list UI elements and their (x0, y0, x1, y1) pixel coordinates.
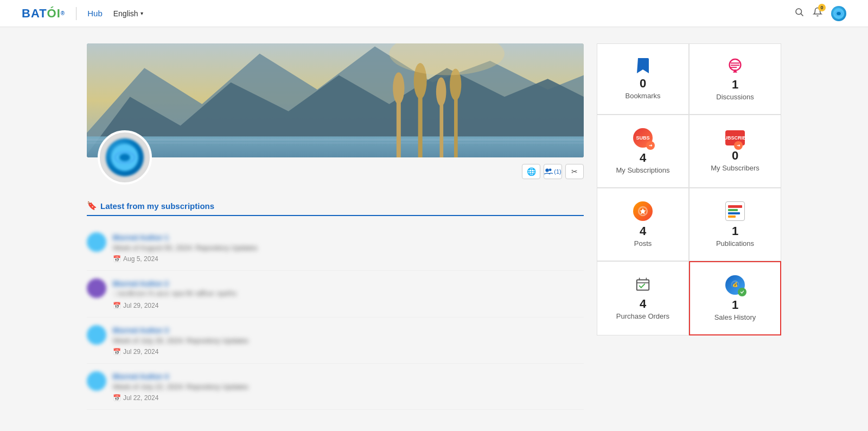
logo-reg: ® (61, 10, 65, 16)
publications-count: 1 (732, 225, 738, 237)
avatar-area (98, 130, 152, 185)
post-title: Week of July 29, 2024: Repository Update… (113, 337, 248, 345)
calendar-icon: 📅 (113, 348, 121, 356)
stat-card-purchase-orders[interactable]: 4 Purchase Orders (597, 261, 689, 335)
profile-actions: 🌐 (1) ✂ (522, 164, 584, 179)
stat-card-sales-history[interactable]: 💰 1 Sales History (689, 261, 781, 335)
post-date-text: Jul 22, 2024 (123, 394, 158, 402)
discussions-icon (726, 57, 744, 74)
calendar-icon: 📅 (113, 255, 121, 263)
posts-label: Posts (634, 239, 652, 248)
sales-history-label: Sales History (714, 313, 756, 321)
cover-image (87, 43, 584, 157)
svg-point-24 (549, 168, 552, 171)
svg-point-12 (393, 72, 404, 104)
section-title: 🔖 Latest from my subscriptions (87, 201, 584, 216)
post-item[interactable]: Blurred Author 4 Week of July 22, 2024: … (87, 364, 584, 410)
posts-icon (633, 201, 653, 221)
svg-point-3 (837, 12, 841, 15)
logo-oi: ÓI (47, 7, 61, 21)
post-content: Blurred Author 4 Week of July 22, 2024: … (113, 371, 248, 402)
publications-icon (725, 201, 745, 221)
post-date-text: Aug 5, 2024 (123, 255, 158, 263)
post-author[interactable]: Blurred Author 1 (113, 233, 169, 242)
group-count: (1) (554, 168, 561, 175)
group-button[interactable]: (1) (544, 164, 562, 179)
nav-hub[interactable]: Hub (87, 9, 103, 18)
logo[interactable]: BATÓI® (22, 7, 65, 21)
svg-text:💰: 💰 (732, 282, 738, 288)
post-author[interactable]: Blurred Author 3 (113, 326, 169, 334)
user-avatar-icon[interactable] (831, 6, 846, 21)
notification-bell-icon[interactable]: 0 (813, 7, 822, 20)
post-author[interactable]: Blurred Author 2 (113, 280, 169, 288)
stat-card-my-subscribers[interactable]: SUBSCRIBE 0 My Subscribers (689, 115, 781, 188)
post-date-text: Jul 29, 2024 (123, 302, 158, 309)
discussions-label: Discussions (716, 93, 754, 101)
post-date-text: Jul 29, 2024 (123, 348, 158, 356)
globe-button[interactable]: 🌐 (522, 164, 540, 179)
purchase-orders-count: 4 (640, 298, 646, 310)
post-item[interactable]: Blurred Author 3 Week of July 29, 2024: … (87, 318, 584, 364)
logo-bat: BAT (22, 7, 47, 21)
publications-label: Publications (716, 239, 754, 248)
stat-card-publications[interactable]: 1 Publications (689, 188, 781, 261)
my-subscribers-icon: SUBSCRIBE (725, 130, 745, 145)
my-subscriptions-label: My Subscriptions (616, 166, 670, 174)
post-title: Week of August 05, 2024: Repository Upda… (113, 244, 257, 252)
post-item[interactable]: Blurred Author 1 Week of August 05, 2024… (87, 225, 584, 271)
settings-button[interactable]: ✂ (565, 164, 584, 179)
bookmarks-icon (637, 58, 649, 73)
my-subscribers-count: 0 (732, 150, 738, 162)
section-title-text: Latest from my subscriptions (100, 201, 214, 211)
stat-card-my-subscriptions[interactable]: SUBS 4 My Subscriptions (597, 115, 689, 188)
stat-card-discussions[interactable]: 1 Discussions (689, 43, 781, 115)
svg-line-1 (801, 14, 803, 16)
svg-point-21 (119, 154, 130, 161)
my-subscriptions-count: 4 (640, 152, 646, 164)
svg-rect-30 (637, 280, 649, 290)
post-date: 📅 Jul 29, 2024 (113, 348, 248, 356)
bookmark-section-icon: 🔖 (87, 201, 97, 211)
search-icon[interactable] (794, 7, 804, 20)
post-title: ামার্কেটপ্লেস গি কোনো প্রথম গিট আর্টিকেল… (113, 290, 237, 299)
calendar-icon: 📅 (113, 302, 121, 309)
posts-count: 4 (640, 225, 646, 237)
my-subscribers-label: My Subscribers (711, 164, 760, 172)
stat-card-posts[interactable]: 4 Posts (597, 188, 689, 261)
post-avatar (87, 371, 106, 391)
post-title: Week of July 22, 2024: Repository Update… (113, 383, 248, 391)
svg-point-16 (436, 78, 446, 106)
sales-history-count: 1 (732, 299, 738, 311)
svg-rect-10 (87, 142, 584, 144)
discussions-count: 1 (732, 79, 738, 91)
avatar-inner (106, 138, 144, 176)
subscriptions-section: 🔖 Latest from my subscriptions Blurred A… (87, 201, 584, 410)
my-subscriptions-icon: SUBS (633, 128, 653, 148)
main-content: 🌐 (1) ✂ 🔖 Latest from my subscriptions (0, 27, 868, 426)
bookmarks-count: 0 (640, 78, 646, 90)
header: BATÓI® Hub English ▾ 0 (0, 0, 868, 27)
profile-section: 🌐 (1) ✂ 🔖 Latest from my subscriptions (87, 43, 584, 410)
stats-section: 0 Bookmarks 1 Discussions SUBS 4 My Subs… (597, 43, 781, 335)
post-content: Blurred Author 1 Week of August 05, 2024… (113, 232, 257, 263)
stat-card-bookmarks[interactable]: 0 Bookmarks (597, 43, 689, 115)
header-right: 0 (794, 6, 846, 21)
post-item[interactable]: Blurred Author 2 ামার্কেটপ্লেস গি কোনো প… (87, 271, 584, 318)
post-content: Blurred Author 2 ামার্কেটপ্লেস গি কোনো প… (113, 278, 237, 309)
post-author[interactable]: Blurred Author 4 (113, 372, 169, 381)
post-avatar (87, 278, 106, 298)
language-selector[interactable]: English ▾ (113, 9, 143, 18)
notification-badge: 0 (818, 4, 826, 11)
post-avatar (87, 232, 106, 252)
purchase-orders-label: Purchase Orders (616, 312, 669, 320)
post-date: 📅 Jul 22, 2024 (113, 394, 248, 402)
post-date: 📅 Jul 29, 2024 (113, 302, 237, 309)
sales-history-icon: 💰 (725, 275, 745, 295)
post-content: Blurred Author 3 Week of July 29, 2024: … (113, 325, 248, 356)
language-label: English (113, 9, 138, 18)
svg-point-0 (796, 9, 802, 15)
bookmarks-label: Bookmarks (625, 92, 660, 100)
calendar-icon: 📅 (113, 394, 121, 402)
svg-rect-9 (87, 138, 584, 141)
